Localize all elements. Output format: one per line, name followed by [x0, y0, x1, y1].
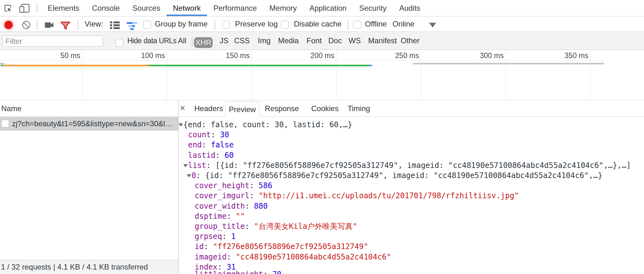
toolbar-separator: [348, 20, 348, 30]
request-checkbox[interactable]: [1, 120, 9, 128]
tab-sources[interactable]: Sources: [126, 0, 167, 16]
filter-funnel-icon[interactable]: [60, 21, 70, 30]
inspect-icon[interactable]: [4, 4, 12, 13]
clear-icon[interactable]: [22, 21, 31, 29]
disable-cache-checkbox[interactable]: [281, 21, 289, 29]
detail-tab-bar: × HeadersPreviewResponseCookiesTiming: [179, 100, 644, 117]
group-by-frame-checkbox[interactable]: [143, 21, 151, 29]
json-key: id: [195, 242, 204, 251]
overview-time-label: 250 ms: [381, 51, 419, 60]
detail-panel: {end: false, count: 30, lastid: 60,…}cou…: [179, 100, 644, 274]
json-number: 880: [254, 202, 268, 211]
overview-gridline: [252, 50, 252, 100]
preview-tree-line: id: "ff276e8056f58896e7cf92505a312749": [195, 241, 368, 252]
json-number: 70: [272, 270, 282, 274]
preview-tree-line: cover_imgurl: "http://i1.umei.cc/uploads…: [195, 191, 519, 201]
group-by-frame-label: Group by frame: [155, 16, 208, 32]
overview-time-label: 350 ms: [550, 51, 588, 60]
detail-tab-response[interactable]: Response: [265, 100, 299, 117]
json-text: :: [216, 151, 225, 160]
filter-pill-img[interactable]: Img: [258, 32, 270, 50]
overview-time-label: 200 ms: [296, 51, 334, 60]
expander-triangle-icon[interactable]: [187, 174, 191, 177]
filter-pill-xhr[interactable]: XHR: [194, 37, 213, 48]
filter-pill-css[interactable]: CSS: [234, 32, 250, 50]
overview-bar-gray-right: [413, 63, 604, 64]
json-text: : [{id: "ff276e8056f58896e7cf92505a31274…: [206, 161, 631, 170]
expander-triangle-icon[interactable]: [179, 123, 183, 127]
json-text: :: [227, 253, 236, 261]
json-string: "ff276e8056f58896e7cf92505a312749": [213, 242, 368, 251]
json-number: 586: [258, 181, 272, 190]
filter-pill-doc[interactable]: Doc: [328, 32, 342, 50]
name-column-header[interactable]: Name: [0, 100, 178, 117]
tab-performance[interactable]: Performance: [207, 0, 263, 16]
filter-pill-ws[interactable]: WS: [349, 32, 361, 50]
toolbar-separator: [37, 20, 37, 30]
overview-gridline: [82, 50, 82, 100]
screenshot-camera-icon[interactable]: [45, 22, 53, 28]
json-text: :: [245, 222, 254, 231]
json-number: false: [211, 140, 234, 149]
preview-tree-line: group_title: "台湾美女Kila户外唯美写真": [195, 221, 357, 231]
tab-audits[interactable]: Audits: [393, 0, 427, 16]
device-toolbar-icon[interactable]: [19, 4, 30, 13]
tab-security[interactable]: Security: [353, 0, 393, 16]
offline-checkbox[interactable]: [353, 21, 361, 29]
filter-pill-all[interactable]: All: [178, 32, 186, 50]
json-string: "": [236, 212, 245, 221]
view-label: View:: [85, 16, 103, 32]
list-view-icon[interactable]: [110, 21, 120, 29]
json-number: 1: [231, 232, 236, 241]
status-text: 1 / 32 requests | 4.1 KB / 4.1 KB transf…: [1, 260, 148, 274]
preview-tree-line: count: 30: [188, 130, 229, 140]
json-number: 60: [225, 151, 234, 160]
disable-cache-label: Disable cache: [294, 16, 342, 32]
filter-pill-manifest[interactable]: Manifest: [368, 32, 397, 50]
json-key: grpseq: [195, 232, 222, 241]
expander-triangle-icon[interactable]: [183, 164, 188, 167]
request-row[interactable]: zj?ch=beauty&t1=595&listtype=new&sn=30&l…: [0, 117, 178, 131]
tab-elements[interactable]: Elements: [41, 0, 86, 16]
tab-application[interactable]: Application: [303, 0, 353, 16]
close-icon[interactable]: ×: [180, 103, 185, 113]
record-button[interactable]: [4, 21, 13, 29]
detail-tab-cookies[interactable]: Cookies: [311, 100, 339, 117]
json-text: :: [202, 140, 211, 149]
json-key: cover_height: [195, 181, 249, 190]
overview-time-label: 50 ms: [42, 51, 80, 60]
json-key: list: [188, 161, 206, 170]
hide-data-urls-checkbox[interactable]: [115, 39, 123, 47]
requests-panel: Name zj?ch=beauty&t1=595&listtype=new&sn…: [0, 100, 178, 274]
json-text: :: [211, 130, 220, 139]
detail-tab-timing[interactable]: Timing: [348, 100, 370, 117]
tab-network[interactable]: Network: [167, 0, 207, 16]
waterfall-view-icon[interactable]: [127, 22, 137, 30]
network-overview[interactable]: 50 ms100 ms150 ms200 ms250 ms300 ms350 m…: [0, 50, 644, 100]
tab-memory[interactable]: Memory: [263, 0, 303, 16]
devtools-tab-bar: ElementsConsoleSourcesNetworkPerformance…: [0, 0, 644, 16]
json-key: imageid: [195, 253, 227, 261]
throttling-dropdown-icon[interactable]: [429, 23, 436, 27]
preview-tree-line: imageid: "cc48190e57100864abc4d55a2c4104…: [195, 252, 391, 262]
filter-bar: Hide data URLs AllXHRJSCSSImgMediaFontDo…: [0, 32, 644, 50]
throttling-value[interactable]: Online: [392, 16, 414, 32]
json-text: :: [204, 242, 213, 251]
detail-tab-preview[interactable]: Preview: [225, 102, 259, 117]
network-toolbar: View: Group by frame Preserve log Disabl…: [0, 16, 644, 32]
detail-tab-headers[interactable]: Headers: [194, 100, 223, 117]
filter-pill-font[interactable]: Font: [307, 32, 322, 50]
overview-gridline: [167, 50, 167, 100]
filter-pill-media[interactable]: Media: [278, 32, 299, 50]
preserve-log-checkbox[interactable]: [222, 21, 230, 29]
pill-separator: [192, 37, 192, 47]
json-text: :: [249, 181, 258, 190]
filter-pill-js[interactable]: JS: [220, 32, 228, 50]
status-bar: 1 / 32 requests | 4.1 KB / 4.1 KB transf…: [0, 260, 178, 274]
tab-console[interactable]: Console: [86, 0, 126, 16]
preview-tree-line: grpseq: 1: [195, 231, 236, 241]
filter-input[interactable]: [3, 36, 103, 47]
preserve-log-label: Preserve log: [235, 16, 278, 32]
preview-tree-line: list: [{id: "ff276e8056f58896e7cf92505a3…: [188, 160, 631, 170]
filter-pill-other[interactable]: Other: [401, 32, 420, 50]
